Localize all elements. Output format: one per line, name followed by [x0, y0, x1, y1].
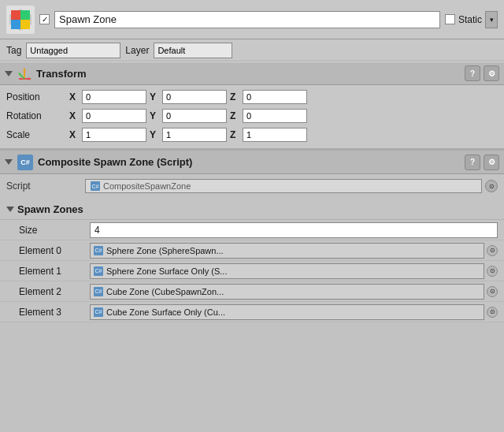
scale-xyz: X Y Z: [69, 128, 307, 142]
position-x-label: X: [69, 91, 79, 102]
script-row-label: Script: [6, 181, 85, 192]
scale-label: Scale: [6, 129, 69, 140]
spawn-element-label-2: Element 2: [19, 286, 90, 297]
script-field-value: CompositeSpawnZone: [103, 181, 191, 191]
spawn-element-row-1: Element 1 C# Sphere Zone Surface Only (S…: [0, 261, 504, 281]
spawn-element-field-2[interactable]: C# Cube Zone (CubeSpawnZon...: [90, 284, 484, 300]
transform-icon: [17, 66, 32, 80]
composite-collapse-triangle[interactable]: [5, 159, 13, 165]
scale-z-input[interactable]: [243, 128, 307, 142]
composite-script-title: Composite Spawn Zone (Script): [38, 156, 460, 168]
spawn-element-circle-1[interactable]: ⊙: [487, 266, 498, 277]
top-header: ✓ Static ▾: [0, 0, 504, 39]
spawn-zones-body: Size 4 Element 0 C# Sphere Zone (SphereS…: [0, 220, 504, 322]
position-x-input[interactable]: [82, 90, 146, 104]
spawn-zones-title: Spawn Zones: [17, 203, 83, 215]
spawn-element-text-0: Sphere Zone (SphereSpawn...: [106, 246, 224, 255]
svg-rect-3: [20, 10, 30, 20]
spawn-element-row-2: Element 2 C# Cube Zone (CubeSpawnZon... …: [0, 281, 504, 302]
spawn-element-text-2: Cube Zone (CubeSpawnZon...: [106, 287, 224, 296]
spawn-size-number: 4: [94, 225, 100, 236]
script-field-icon: C#: [91, 181, 100, 191]
rotation-x-input[interactable]: [82, 109, 146, 123]
scale-y-input[interactable]: [162, 128, 227, 142]
position-y-input[interactable]: [162, 90, 227, 104]
rotation-y-label: Y: [150, 110, 159, 121]
composite-script-icon: C#: [17, 155, 33, 170]
tag-select[interactable]: Untagged: [26, 43, 120, 58]
static-dropdown[interactable]: ▾: [485, 11, 498, 28]
spawn-size-row: Size 4: [0, 220, 504, 240]
transform-actions: ? ⚙: [465, 65, 499, 81]
unity-icon: [6, 6, 35, 34]
position-y-label: Y: [150, 91, 159, 102]
script-field: C# CompositeSpawnZone: [85, 179, 482, 193]
tag-label: Tag: [6, 45, 21, 56]
spawn-element-row-0: Element 0 C# Sphere Zone (SphereSpawn...…: [0, 240, 504, 261]
spawn-element-text-3: Cube Zone Surface Only (Cu...: [106, 307, 225, 317]
rotation-z-label: Z: [230, 110, 239, 121]
tag-layer-row: Tag Untagged Layer Default: [0, 39, 504, 61]
rotation-row: Rotation X Y Z: [6, 107, 498, 125]
spawn-element-field-1[interactable]: C# Sphere Zone Surface Only (S...: [90, 263, 484, 279]
svg-rect-4: [11, 20, 20, 29]
spawn-element-icon-0: C#: [94, 246, 103, 255]
active-checkbox-area[interactable]: ✓: [39, 14, 50, 24]
script-body: Script C# CompositeSpawnZone ⊙: [0, 174, 504, 199]
position-z-label: Z: [230, 91, 239, 102]
spawn-element-icon-3: C#: [94, 307, 103, 317]
composite-help-btn[interactable]: ?: [465, 155, 480, 170]
composite-script-header: C# Composite Spawn Zone (Script) ? ⚙: [0, 149, 504, 174]
svg-marker-9: [23, 68, 26, 71]
spawn-element-field-0[interactable]: C# Sphere Zone (SphereSpawn...: [90, 243, 484, 259]
transform-section-header: Transform ? ⚙: [0, 61, 504, 85]
rotation-y-input[interactable]: [162, 109, 227, 123]
spawn-elements-container: Element 0 C# Sphere Zone (SphereSpawn...…: [0, 240, 504, 322]
scale-x-input[interactable]: [82, 128, 146, 142]
position-row: Position X Y Z: [6, 88, 498, 106]
transform-title: Transform: [36, 68, 460, 80]
rotation-z-input[interactable]: [243, 109, 307, 123]
position-z-input[interactable]: [243, 90, 307, 104]
active-checkbox[interactable]: ✓: [39, 14, 50, 24]
object-name-input[interactable]: [54, 11, 440, 28]
scale-row: Scale X Y Z: [6, 126, 498, 143]
position-label: Position: [6, 91, 69, 102]
spawn-element-label-0: Element 0: [19, 245, 90, 256]
svg-marker-10: [28, 77, 32, 80]
spawn-element-text-1: Sphere Zone Surface Only (S...: [106, 266, 227, 276]
svg-rect-2: [11, 10, 20, 20]
spawn-element-icon-2: C#: [94, 287, 103, 296]
static-area: Static ▾: [445, 11, 498, 28]
rotation-x-label: X: [69, 110, 79, 121]
layer-select[interactable]: Default: [154, 43, 232, 58]
layer-label: Layer: [125, 45, 149, 56]
script-circle-btn[interactable]: ⊙: [485, 180, 498, 192]
spawn-size-value[interactable]: 4: [90, 222, 498, 238]
spawn-element-label-3: Element 3: [19, 307, 90, 318]
spawn-element-icon-1: C#: [94, 266, 103, 276]
composite-gear-btn[interactable]: ⚙: [484, 155, 499, 170]
spawn-element-label-1: Element 1: [19, 266, 90, 277]
scale-y-label: Y: [150, 129, 159, 140]
spawn-zones-header: Spawn Zones: [0, 199, 504, 220]
spawn-element-row-3: Element 3 C# Cube Zone Surface Only (Cu.…: [0, 302, 504, 322]
static-checkbox[interactable]: [445, 14, 455, 24]
spawn-element-circle-3[interactable]: ⊙: [487, 307, 498, 318]
rotation-label: Rotation: [6, 110, 69, 121]
spawn-element-circle-2[interactable]: ⊙: [487, 286, 498, 297]
spawn-element-circle-0[interactable]: ⊙: [487, 245, 498, 256]
transform-gear-btn[interactable]: ⚙: [484, 65, 499, 81]
spawn-element-field-3[interactable]: C# Cube Zone Surface Only (Cu...: [90, 304, 484, 320]
spawn-size-label: Size: [19, 225, 90, 236]
transform-collapse-triangle[interactable]: [5, 71, 13, 76]
script-row: Script C# CompositeSpawnZone ⊙: [6, 177, 498, 195]
transform-help-btn[interactable]: ?: [465, 65, 480, 81]
rotation-xyz: X Y Z: [69, 109, 307, 123]
position-xyz: X Y Z: [69, 90, 307, 104]
spawn-zones-triangle[interactable]: [6, 207, 14, 212]
static-label: Static: [458, 14, 482, 25]
transform-body: Position X Y Z Rotation X Y Z Scale X Y: [0, 85, 504, 149]
scale-x-label: X: [69, 129, 79, 140]
scale-z-label: Z: [230, 129, 239, 140]
